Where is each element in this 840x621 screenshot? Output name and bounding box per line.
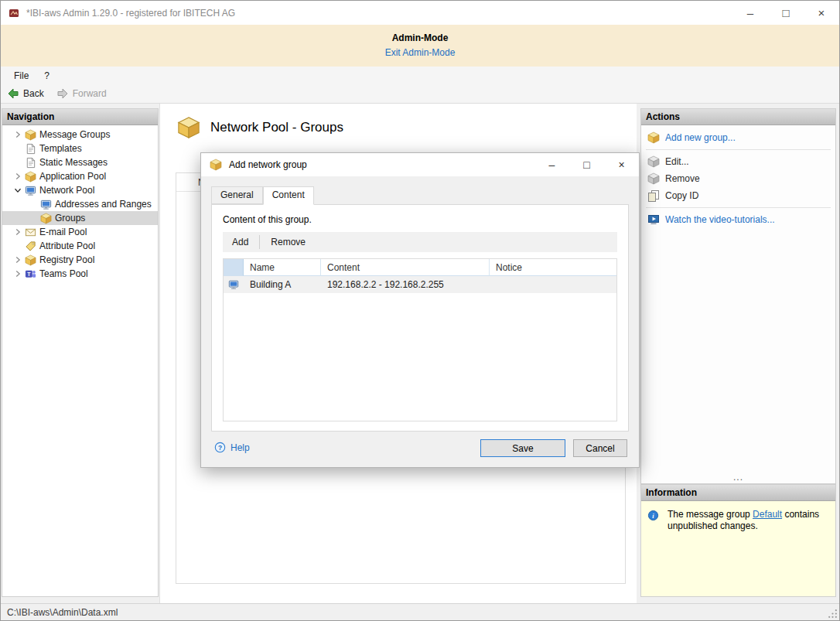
chevron-right-icon[interactable] [12,254,24,265]
minimize-button[interactable]: – [732,1,768,25]
dialog-title: Add network group [229,159,307,170]
chevron-right-icon[interactable] [12,227,24,237]
nav-item-application-pool[interactable]: Application Pool [2,169,158,183]
add-group-icon [647,131,660,144]
copy-id-icon [647,189,660,202]
network-pool-groups-icon [177,116,200,139]
column-header-notice[interactable]: Notice [490,259,616,276]
registry-pool-icon [25,254,36,266]
row-notice [490,276,616,293]
static-messages-icon [25,157,36,169]
panel-overflow-handle[interactable]: ... [641,472,835,483]
dialog-maximize-button[interactable]: □ [569,153,604,176]
chevron-down-icon[interactable] [12,185,24,196]
row-name: Building A [244,276,321,293]
attribute-pool-icon [25,241,36,252]
action-remove[interactable]: Remove [641,170,835,187]
help-icon [214,442,226,453]
nav-item-templates[interactable]: Templates [2,142,158,155]
divider [259,235,260,249]
teams-pool-icon [25,268,36,280]
action-edit[interactable]: Edit... [641,153,835,170]
info-icon [647,510,659,521]
admin-mode-title: Admin-Mode [1,25,839,43]
cancel-button[interactable]: Cancel [573,439,627,457]
network-group-icon [210,159,222,171]
back-button[interactable]: Back [7,87,44,100]
divider [646,149,831,150]
divider [646,207,831,208]
forward-button[interactable]: Forward [56,87,107,100]
add-button[interactable]: Add [223,233,258,251]
dialog-close-button[interactable]: × [604,153,639,176]
action-copy-id[interactable]: Copy ID [641,187,835,204]
action-watch-video-tutorials[interactable]: Watch the video-tutorials... [641,211,835,228]
chevron-right-icon[interactable] [12,129,24,140]
nav-item-message-groups[interactable]: Message Groups [2,128,158,142]
information-panel: Information The message group Default co… [640,484,836,597]
window-title: *IBI-aws Admin 1.29.0 - registered for I… [26,8,235,19]
column-header-content[interactable]: Content [321,259,490,276]
menu-bar: File ? [1,67,839,84]
network-pool-icon [25,185,36,196]
addresses-ranges-icon [40,199,52,210]
nav-item-static-messages[interactable]: Static Messages [2,155,158,169]
page-title: Network Pool - Groups [210,120,343,135]
nav-item-addresses-and-ranges[interactable]: Addresses and Ranges [2,197,158,211]
resize-grip-icon[interactable] [828,609,838,619]
nav-item-groups[interactable]: Groups [2,211,158,225]
nav-toolbar: Back Forward [1,84,839,104]
nav-item-registry-pool[interactable]: Registry Pool [2,253,158,267]
help-link[interactable]: Help [214,442,250,453]
actions-panel: Actions Add new group... Edit... Remove [640,108,836,484]
menu-file[interactable]: File [6,68,36,84]
save-button[interactable]: Save [480,439,565,457]
actions-header: Actions [641,109,835,125]
table-row[interactable]: Building A 192.168.2.2 - 192.168.2.255 [224,276,616,293]
dialog-body: General Content Content of this group. A… [201,176,639,467]
data-file-path: C:\IBI-aws\Admin\Data.xml [7,607,118,618]
status-bar: C:\IBI-aws\Admin\Data.xml [1,603,839,620]
app-window: *IBI-aws Admin 1.29.0 - registered for I… [0,0,840,621]
dialog-toolbar: Add Remove [223,232,617,252]
nav-item-email-pool[interactable]: E-mail Pool [2,225,158,239]
column-header-name[interactable]: Name [244,259,321,276]
remove-button[interactable]: Remove [261,233,315,251]
app-logo-icon [8,7,20,19]
admin-mode-banner: Admin-Mode Exit Admin-Mode [1,25,839,67]
application-pool-icon [25,171,36,183]
remove-icon [647,172,660,185]
chevron-right-icon[interactable] [12,171,24,182]
menu-help[interactable]: ? [36,68,57,84]
exit-admin-mode-link[interactable]: Exit Admin-Mode [385,47,456,58]
information-header: Information [641,485,835,501]
nav-item-teams-pool[interactable]: Teams Pool [2,267,158,281]
action-add-new-group[interactable]: Add new group... [641,129,835,146]
nav-item-network-pool[interactable]: Network Pool [2,183,158,197]
navigation-tree: Message Groups Templates Static Messages… [2,125,158,281]
add-network-group-dialog: Add network group – □ × General Content … [200,152,640,468]
dialog-footer: Help Save Cancel [211,439,629,458]
navigation-panel: Navigation Message Groups Templates Stat… [2,108,159,597]
content-description: Content of this group. [223,214,617,225]
tab-content[interactable]: Content [263,186,314,205]
row-content: 192.168.2.2 - 192.168.2.255 [321,276,490,293]
dialog-minimize-button[interactable]: – [534,153,569,176]
title-bar: *IBI-aws Admin 1.29.0 - registered for I… [1,1,839,25]
tab-general[interactable]: General [211,186,263,204]
close-button[interactable]: × [804,1,839,25]
dialog-title-bar: Add network group – □ × [201,153,639,176]
information-message: The message group Default contains unpub… [668,509,824,532]
groups-icon [40,213,52,224]
back-arrow-icon [7,87,19,100]
maximize-button[interactable]: □ [768,1,804,25]
edit-icon [647,155,660,168]
default-message-group-link[interactable]: Default [753,509,782,520]
column-header-icon[interactable] [224,259,244,276]
navigation-header: Navigation [2,109,158,125]
video-tutorials-icon [647,213,660,226]
nav-item-attribute-pool[interactable]: Attribute Pool [2,239,158,253]
group-content-table: Name Content Notice Building A 192.168.2… [223,258,617,421]
chevron-right-icon[interactable] [12,268,24,279]
content-tab-panel: Content of this group. Add Remove Name C… [211,204,629,432]
